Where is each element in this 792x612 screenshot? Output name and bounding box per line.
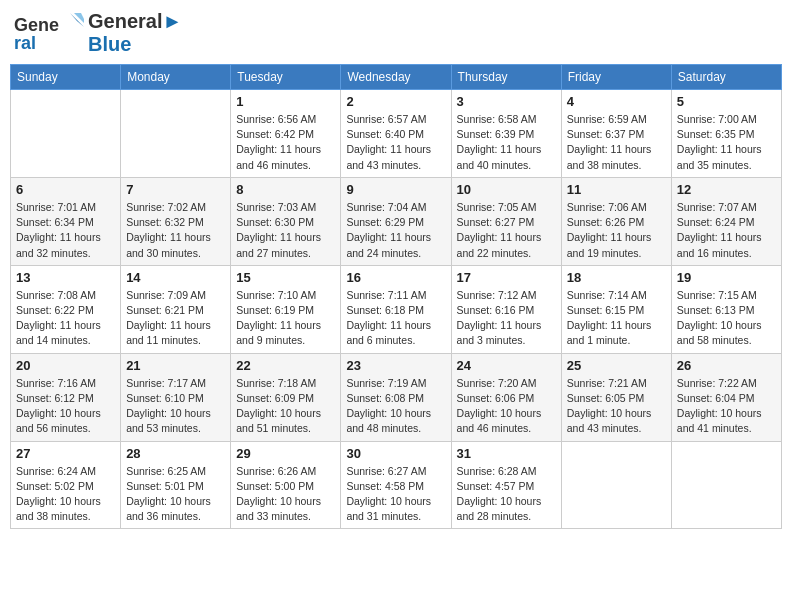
day-number: 13 [16,270,115,285]
day-header-thursday: Thursday [451,65,561,90]
calendar-cell: 14Sunrise: 7:09 AMSunset: 6:21 PMDayligh… [121,265,231,353]
calendar-cell: 21Sunrise: 7:17 AMSunset: 6:10 PMDayligh… [121,353,231,441]
day-number: 19 [677,270,776,285]
logo-text-general: General► [88,10,182,33]
calendar-cell [11,90,121,178]
calendar-cell: 26Sunrise: 7:22 AMSunset: 6:04 PMDayligh… [671,353,781,441]
day-number: 11 [567,182,666,197]
day-info: Sunrise: 6:26 AMSunset: 5:00 PMDaylight:… [236,464,335,525]
day-info: Sunrise: 7:08 AMSunset: 6:22 PMDaylight:… [16,288,115,349]
day-header-sunday: Sunday [11,65,121,90]
calendar-cell: 17Sunrise: 7:12 AMSunset: 6:16 PMDayligh… [451,265,561,353]
day-info: Sunrise: 7:01 AMSunset: 6:34 PMDaylight:… [16,200,115,261]
day-number: 23 [346,358,445,373]
day-info: Sunrise: 7:12 AMSunset: 6:16 PMDaylight:… [457,288,556,349]
calendar-cell: 9Sunrise: 7:04 AMSunset: 6:29 PMDaylight… [341,177,451,265]
day-number: 20 [16,358,115,373]
logo-svg: Gene ral [14,11,84,56]
logo-text-blue: Blue [88,33,182,56]
day-header-monday: Monday [121,65,231,90]
calendar-cell: 19Sunrise: 7:15 AMSunset: 6:13 PMDayligh… [671,265,781,353]
day-info: Sunrise: 7:05 AMSunset: 6:27 PMDaylight:… [457,200,556,261]
day-info: Sunrise: 7:10 AMSunset: 6:19 PMDaylight:… [236,288,335,349]
day-number: 2 [346,94,445,109]
calendar: SundayMondayTuesdayWednesdayThursdayFrid… [10,64,782,529]
calendar-cell: 15Sunrise: 7:10 AMSunset: 6:19 PMDayligh… [231,265,341,353]
calendar-cell: 20Sunrise: 7:16 AMSunset: 6:12 PMDayligh… [11,353,121,441]
day-info: Sunrise: 7:21 AMSunset: 6:05 PMDaylight:… [567,376,666,437]
day-info: Sunrise: 7:00 AMSunset: 6:35 PMDaylight:… [677,112,776,173]
calendar-cell: 30Sunrise: 6:27 AMSunset: 4:58 PMDayligh… [341,441,451,529]
calendar-header-row: SundayMondayTuesdayWednesdayThursdayFrid… [11,65,782,90]
day-info: Sunrise: 7:16 AMSunset: 6:12 PMDaylight:… [16,376,115,437]
day-number: 12 [677,182,776,197]
calendar-cell: 4Sunrise: 6:59 AMSunset: 6:37 PMDaylight… [561,90,671,178]
day-number: 10 [457,182,556,197]
day-info: Sunrise: 7:07 AMSunset: 6:24 PMDaylight:… [677,200,776,261]
calendar-cell: 28Sunrise: 6:25 AMSunset: 5:01 PMDayligh… [121,441,231,529]
day-number: 18 [567,270,666,285]
calendar-cell: 25Sunrise: 7:21 AMSunset: 6:05 PMDayligh… [561,353,671,441]
day-number: 31 [457,446,556,461]
calendar-cell: 31Sunrise: 6:28 AMSunset: 4:57 PMDayligh… [451,441,561,529]
day-info: Sunrise: 7:09 AMSunset: 6:21 PMDaylight:… [126,288,225,349]
day-info: Sunrise: 7:03 AMSunset: 6:30 PMDaylight:… [236,200,335,261]
day-number: 1 [236,94,335,109]
calendar-cell: 2Sunrise: 6:57 AMSunset: 6:40 PMDaylight… [341,90,451,178]
day-info: Sunrise: 7:15 AMSunset: 6:13 PMDaylight:… [677,288,776,349]
day-info: Sunrise: 6:27 AMSunset: 4:58 PMDaylight:… [346,464,445,525]
day-info: Sunrise: 7:14 AMSunset: 6:15 PMDaylight:… [567,288,666,349]
calendar-week-4: 20Sunrise: 7:16 AMSunset: 6:12 PMDayligh… [11,353,782,441]
day-number: 22 [236,358,335,373]
day-info: Sunrise: 7:11 AMSunset: 6:18 PMDaylight:… [346,288,445,349]
day-info: Sunrise: 7:02 AMSunset: 6:32 PMDaylight:… [126,200,225,261]
calendar-cell: 16Sunrise: 7:11 AMSunset: 6:18 PMDayligh… [341,265,451,353]
calendar-week-2: 6Sunrise: 7:01 AMSunset: 6:34 PMDaylight… [11,177,782,265]
svg-marker-4 [66,17,76,29]
calendar-cell [121,90,231,178]
day-info: Sunrise: 6:56 AMSunset: 6:42 PMDaylight:… [236,112,335,173]
svg-marker-3 [74,13,84,27]
day-header-wednesday: Wednesday [341,65,451,90]
calendar-week-3: 13Sunrise: 7:08 AMSunset: 6:22 PMDayligh… [11,265,782,353]
day-info: Sunrise: 6:25 AMSunset: 5:01 PMDaylight:… [126,464,225,525]
day-number: 27 [16,446,115,461]
calendar-cell: 24Sunrise: 7:20 AMSunset: 6:06 PMDayligh… [451,353,561,441]
day-number: 16 [346,270,445,285]
day-number: 3 [457,94,556,109]
day-header-friday: Friday [561,65,671,90]
calendar-cell: 6Sunrise: 7:01 AMSunset: 6:34 PMDaylight… [11,177,121,265]
day-number: 6 [16,182,115,197]
calendar-cell: 12Sunrise: 7:07 AMSunset: 6:24 PMDayligh… [671,177,781,265]
day-info: Sunrise: 6:24 AMSunset: 5:02 PMDaylight:… [16,464,115,525]
day-number: 25 [567,358,666,373]
day-info: Sunrise: 6:28 AMSunset: 4:57 PMDaylight:… [457,464,556,525]
calendar-cell: 27Sunrise: 6:24 AMSunset: 5:02 PMDayligh… [11,441,121,529]
day-header-saturday: Saturday [671,65,781,90]
day-info: Sunrise: 7:17 AMSunset: 6:10 PMDaylight:… [126,376,225,437]
calendar-week-5: 27Sunrise: 6:24 AMSunset: 5:02 PMDayligh… [11,441,782,529]
calendar-cell: 3Sunrise: 6:58 AMSunset: 6:39 PMDaylight… [451,90,561,178]
day-info: Sunrise: 6:59 AMSunset: 6:37 PMDaylight:… [567,112,666,173]
calendar-cell: 10Sunrise: 7:05 AMSunset: 6:27 PMDayligh… [451,177,561,265]
day-number: 30 [346,446,445,461]
day-number: 21 [126,358,225,373]
day-header-tuesday: Tuesday [231,65,341,90]
day-number: 28 [126,446,225,461]
day-info: Sunrise: 7:19 AMSunset: 6:08 PMDaylight:… [346,376,445,437]
day-number: 9 [346,182,445,197]
calendar-cell [561,441,671,529]
day-info: Sunrise: 7:18 AMSunset: 6:09 PMDaylight:… [236,376,335,437]
day-number: 29 [236,446,335,461]
svg-text:Gene: Gene [14,15,59,35]
calendar-cell: 22Sunrise: 7:18 AMSunset: 6:09 PMDayligh… [231,353,341,441]
day-number: 14 [126,270,225,285]
calendar-cell: 18Sunrise: 7:14 AMSunset: 6:15 PMDayligh… [561,265,671,353]
day-info: Sunrise: 7:20 AMSunset: 6:06 PMDaylight:… [457,376,556,437]
day-info: Sunrise: 7:04 AMSunset: 6:29 PMDaylight:… [346,200,445,261]
day-number: 17 [457,270,556,285]
day-info: Sunrise: 7:06 AMSunset: 6:26 PMDaylight:… [567,200,666,261]
calendar-cell: 8Sunrise: 7:03 AMSunset: 6:30 PMDaylight… [231,177,341,265]
day-info: Sunrise: 7:22 AMSunset: 6:04 PMDaylight:… [677,376,776,437]
calendar-cell: 5Sunrise: 7:00 AMSunset: 6:35 PMDaylight… [671,90,781,178]
